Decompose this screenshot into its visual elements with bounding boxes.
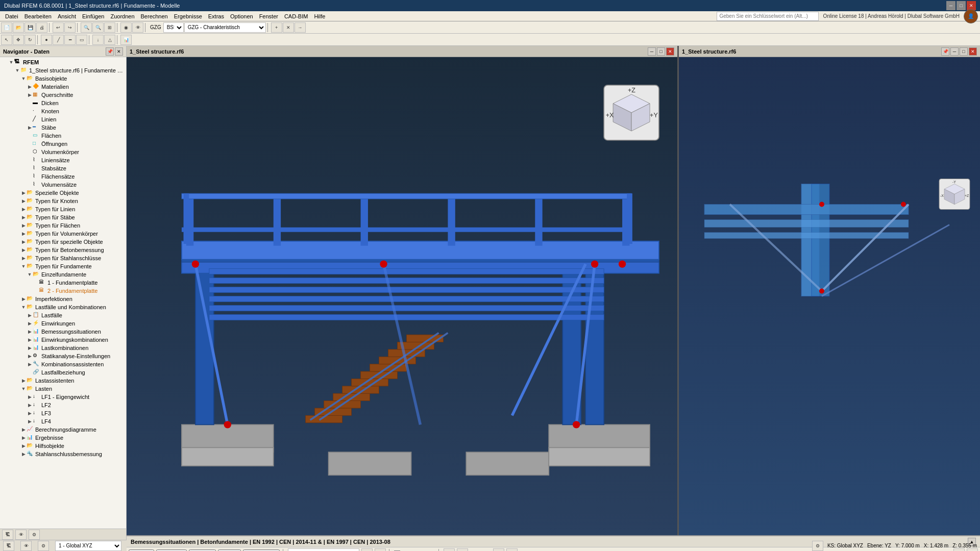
vp-right-max[interactable]: □ — [960, 47, 968, 56]
tree-volumensaetze[interactable]: ⌇ Volumensätze — [0, 181, 126, 189]
tree-typen-volumen[interactable]: ▶ 📂 Typen für Volumenkörper — [0, 230, 126, 238]
tree-stabsaetze[interactable]: ⌇ Stabsätze — [0, 164, 126, 172]
tree-materialien[interactable]: ▶ 🔶 Materialien — [0, 83, 126, 91]
tree-lf1[interactable]: ▶ ↓ LF1 - Eigengewicht — [0, 393, 126, 401]
nav-show-button[interactable]: 👁 — [15, 530, 27, 540]
add-button[interactable]: + — [271, 22, 282, 33]
menu-ansicht[interactable]: Ansicht — [55, 12, 79, 20]
move-button[interactable]: ✥ — [13, 35, 24, 45]
redo-button[interactable]: ↪ — [64, 22, 76, 33]
render-button[interactable]: ◉ — [120, 22, 132, 33]
tree-typen-staebe[interactable]: ▶ 📂 Typen für Stäbe — [0, 213, 126, 221]
nav-pin-button[interactable]: 📌 — [106, 47, 114, 56]
tree-ergebnisse[interactable]: ▶ 📊 Ergebnisse — [0, 434, 126, 442]
menu-fenster[interactable]: Fenster — [256, 12, 281, 20]
bemess-select[interactable]: GZG - Charakteristisch — [184, 22, 266, 33]
tree-stahlanschluss[interactable]: ▶ 🔩 Stahlanschlussbemessung — [0, 450, 126, 458]
tree-imperfektionen[interactable]: ▶ 📂 Imperfektionen — [0, 295, 126, 303]
node-button[interactable]: ● — [41, 35, 52, 45]
gzg-select[interactable]: BS5 — [163, 22, 184, 33]
tree-einwirkungskomb[interactable]: ▶ 📊 Einwirkungskombinationen — [0, 336, 126, 344]
tree-knoten[interactable]: · Knoten — [0, 107, 126, 115]
vp-left-min[interactable]: ─ — [648, 47, 656, 56]
vp-right-close[interactable]: ✕ — [969, 47, 977, 56]
tree-einwirkungen[interactable]: ▶ ⚡ Einwirkungen — [0, 319, 126, 328]
tree-lastkombinationen[interactable]: ▶ 📊 Lastkombinationen — [0, 344, 126, 352]
tree-typen-beton[interactable]: ▶ 📂 Typen für Betonbemessung — [0, 246, 126, 254]
view-button[interactable]: 👁 — [132, 22, 143, 33]
undo-button[interactable]: ↩ — [53, 22, 64, 33]
rotate-button[interactable]: ↻ — [24, 35, 36, 45]
new-button[interactable]: 📄 — [1, 22, 12, 33]
tree-typen-fundamente[interactable]: ▼ 📂 Typen für Fundamente — [0, 262, 126, 270]
menu-bearbeiten[interactable]: Bearbeiten — [21, 12, 55, 20]
nav-3d-button[interactable]: 🏗 — [2, 530, 13, 540]
menu-einfuegen[interactable]: Einfügen — [79, 12, 107, 20]
menu-cadbim[interactable]: CAD-BIM — [281, 12, 311, 20]
save-button[interactable]: 💾 — [24, 22, 36, 33]
tree-rfem[interactable]: ▼ 🏗 RFEM — [0, 58, 126, 66]
surface-button[interactable]: ▭ — [76, 35, 87, 45]
tree-lastfallbeziehung[interactable]: 🔗 Lastfallbeziehung — [0, 368, 126, 377]
select-button[interactable]: ↖ — [1, 35, 12, 45]
tree-lastassistenten[interactable]: ▶ 📂 Lastassistenten — [0, 377, 126, 385]
menu-optionen[interactable]: Optionen — [227, 12, 256, 20]
line-button[interactable]: ╱ — [53, 35, 64, 45]
tree-file[interactable]: ▼ 📁 1_Steel structure.rf6 | Fundamente -… — [0, 66, 126, 74]
tree-einzelfundamente[interactable]: ▼ 📂 Einzelfundamente — [0, 270, 126, 279]
result-button[interactable]: 📊 — [120, 35, 132, 45]
tree-kombinationsassistenten[interactable]: ▶ 🔧 Kombinationsassistenten — [0, 360, 126, 368]
vp-right-pin[interactable]: 📌 — [941, 47, 949, 56]
zoom-in-button[interactable]: 🔍 — [81, 22, 92, 33]
load-button[interactable]: ↓ — [92, 35, 104, 45]
maximize-button[interactable]: □ — [957, 1, 966, 10]
tree-spezielle[interactable]: ▶ 📂 Spezielle Objekte — [0, 189, 126, 197]
vp-right-min[interactable]: ─ — [950, 47, 959, 56]
tree-staebe[interactable]: ▶ ━ Stäbe — [0, 123, 126, 132]
nav-settings-button[interactable]: ⚙ — [29, 530, 40, 540]
tree-linien[interactable]: ╱ Linien — [0, 115, 126, 123]
tree-flaechensaetze[interactable]: ⌇ Flächensätze — [0, 172, 126, 181]
menu-datei[interactable]: Datei — [2, 12, 21, 20]
menu-ergebnisse[interactable]: Ergebnisse — [171, 12, 205, 20]
tree-lasten[interactable]: ▼ 📂 Lasten — [0, 385, 126, 393]
open-button[interactable]: 📂 — [13, 22, 24, 33]
tree-hilfsobjekte[interactable]: ▶ 📂 Hilfsobjekte — [0, 442, 126, 450]
minimize-button[interactable]: ─ — [946, 1, 955, 10]
bar-button[interactable]: ━ — [64, 35, 76, 45]
menu-extras[interactable]: Extras — [205, 12, 227, 20]
tree-fund-2[interactable]: 🏛 2 - Fundamentplatte — [0, 287, 126, 295]
tree-oeffnungen[interactable]: □ Öffnungen — [0, 140, 126, 148]
tree-dicken[interactable]: ▬ Dicken — [0, 99, 126, 107]
zoom-all-button[interactable]: ⊞ — [104, 22, 115, 33]
vp-left-max[interactable]: □ — [657, 47, 665, 56]
tree-typen-flaechen[interactable]: ▶ 📂 Typen für Flächen — [0, 221, 126, 230]
tree-lf4[interactable]: ▶ ↓ LF4 — [0, 417, 126, 425]
tree-berechnungsdiagramme[interactable]: ▶ 📈 Berechnungsdiagramme — [0, 425, 126, 434]
vp-left-canvas[interactable]: +Z +X +Y — [127, 57, 677, 535]
tree-lf2[interactable]: ▶ ↓ LF2 — [0, 401, 126, 409]
tree-querschnitte[interactable]: ▶ ▦ Querschnitte — [0, 91, 126, 99]
tree-typen-stahl[interactable]: ▶ 📂 Typen für Stahlanschlüsse — [0, 254, 126, 262]
search-input[interactable] — [717, 12, 819, 21]
tree-lf3[interactable]: ▶ ↓ LF3 — [0, 409, 126, 417]
tree-lastfaelle-kombi[interactable]: ▼ 📂 Lastfälle und Kombinationen — [0, 303, 126, 311]
sb-right-button1[interactable]: ⚙ — [812, 541, 823, 551]
zoom-out-button[interactable]: 🔍 — [92, 22, 104, 33]
nav-close-button[interactable]: ✕ — [115, 47, 123, 56]
tree-typen-linien[interactable]: ▶ 📂 Typen für Linien — [0, 205, 126, 213]
tree-bemessungssituationen[interactable]: ▶ 📊 Bemessungssituationen — [0, 328, 126, 336]
menu-zuordnen[interactable]: Zuordnen — [107, 12, 137, 20]
tree-lastfaelle-sub[interactable]: ▶ 📋 Lastfälle — [0, 311, 126, 319]
menu-hilfe[interactable]: Hilfe — [311, 12, 328, 20]
vp-left-close[interactable]: ✕ — [666, 47, 674, 56]
tree-typen-spezielle[interactable]: ▶ 📂 Typen für spezielle Objekte — [0, 238, 126, 246]
ks-dropdown[interactable]: 1 - Global XYZ — [55, 541, 121, 551]
vp-right-canvas[interactable]: -Y -X +Z — [679, 57, 980, 535]
tree-basisobjekte[interactable]: ▼ 📂 Basisobjekte — [0, 74, 126, 83]
tree-volumenkoerper[interactable]: ⬡ Volumenkörper — [0, 148, 126, 156]
sb-model-button[interactable]: 🏗 — [3, 541, 14, 551]
support-button[interactable]: △ — [104, 35, 115, 45]
tree-fund-1[interactable]: 🏛 1 - Fundamentplatte — [0, 279, 126, 287]
sb-show-button[interactable]: 👁 — [20, 541, 32, 551]
